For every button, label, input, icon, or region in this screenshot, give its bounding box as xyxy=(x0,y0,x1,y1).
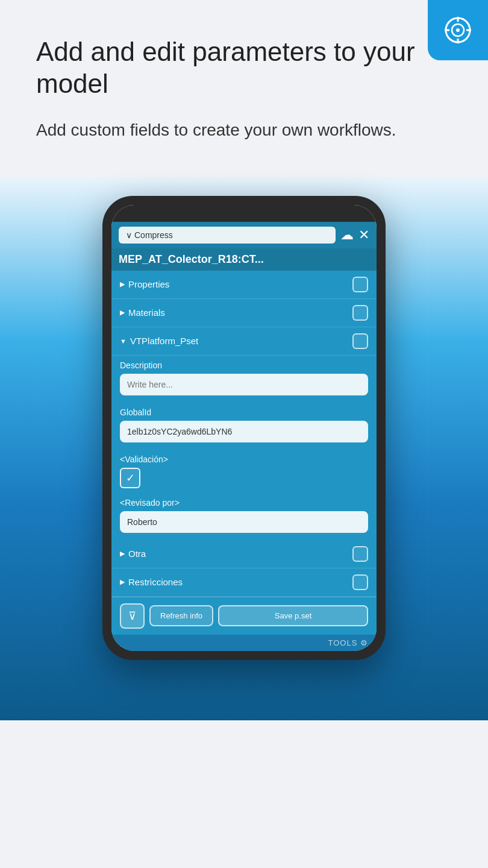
revisado-input[interactable] xyxy=(120,511,368,533)
phone-notch xyxy=(111,205,377,222)
item-label: Otra xyxy=(128,549,146,559)
description-input[interactable] xyxy=(120,374,368,395)
item-label: VTPlatform_Pset xyxy=(130,336,198,346)
refresh-info-button[interactable]: Refresh info xyxy=(149,605,213,626)
phone-screen: ∨ Compress ☁ ✕ MEP_AT_Colector_R18:CT... xyxy=(111,205,377,651)
list-item[interactable]: ▶ Properties xyxy=(111,271,377,299)
arrow-icon: ▶ xyxy=(120,309,125,316)
checkbox-icon[interactable] xyxy=(352,546,368,562)
phone-mockup: ∨ Compress ☁ ✕ MEP_AT_Colector_R18:CT... xyxy=(102,196,386,660)
extra-properties-list: ▶ Otra ▶ Restricciones xyxy=(111,540,377,597)
list-item[interactable]: ▶ Restricciones xyxy=(111,568,377,597)
list-item[interactable]: ▶ Otra xyxy=(111,540,377,568)
globalid-label: GlobalId xyxy=(120,407,368,417)
list-item[interactable]: ▼ VTPlatform_Pset xyxy=(111,327,377,356)
checkbox-icon[interactable] xyxy=(352,305,368,321)
header-section: Add and edit parameters to your model Ad… xyxy=(0,0,488,154)
filter-icon: ⊽ xyxy=(128,609,136,623)
arrow-icon: ▼ xyxy=(120,338,127,345)
cloud-upload-button[interactable]: ☁ xyxy=(340,227,354,243)
compress-label: Compress xyxy=(134,230,173,240)
main-title: Add and edit parameters to your model xyxy=(36,36,452,100)
description-label: Description xyxy=(120,360,368,370)
logo-corner xyxy=(428,0,488,60)
save-label: Save p.set xyxy=(275,611,311,620)
screen-content: ∨ Compress ☁ ✕ MEP_AT_Colector_R18:CT... xyxy=(111,222,377,651)
tools-icon: ⚙ xyxy=(360,638,368,647)
checkmark-icon: ✓ xyxy=(126,471,135,485)
globalid-section: GlobalId xyxy=(111,403,377,450)
validacion-label: <Validación> xyxy=(120,454,368,464)
revisado-section: <Revisado por> xyxy=(111,493,377,540)
validacion-section: <Validación> ✓ xyxy=(111,450,377,493)
filter-button[interactable]: ⊽ xyxy=(120,603,145,629)
close-icon: ✕ xyxy=(358,227,369,242)
globalid-input[interactable] xyxy=(120,421,368,442)
item-label: Restricciones xyxy=(128,577,183,587)
screen-topbar: ∨ Compress ☁ ✕ xyxy=(111,222,377,248)
phone-section: ∨ Compress ☁ ✕ MEP_AT_Colector_R18:CT... xyxy=(0,178,488,720)
tools-bar: TOOLS ⚙ xyxy=(111,635,377,651)
save-pset-button[interactable]: Save p.set xyxy=(218,605,368,626)
arrow-icon: ▶ xyxy=(120,280,125,288)
compress-dropdown[interactable]: ∨ Compress xyxy=(119,227,336,244)
bottom-bar: ⊽ Refresh info Save p.set xyxy=(111,597,377,635)
tools-label: TOOLS xyxy=(328,638,358,647)
arrow-icon: ▶ xyxy=(120,550,125,558)
list-item[interactable]: ▶ Materials xyxy=(111,299,377,327)
chevron-down-icon: ∨ xyxy=(126,230,132,240)
file-title: MEP_AT_Colector_R18:CT... xyxy=(111,248,377,271)
checkbox-icon[interactable] xyxy=(352,277,368,292)
sub-title: Add custom fields to create your own wor… xyxy=(36,118,452,142)
svg-point-2 xyxy=(456,28,460,32)
cloud-icon: ☁ xyxy=(340,227,354,242)
checkbox-icon[interactable] xyxy=(352,333,368,349)
properties-list: ▶ Properties ▶ Materials xyxy=(111,271,377,356)
item-label: Materials xyxy=(128,307,165,318)
revisado-label: <Revisado por> xyxy=(120,498,368,508)
item-label: Properties xyxy=(128,279,169,289)
checkbox-icon[interactable] xyxy=(352,574,368,590)
validacion-checkbox[interactable]: ✓ xyxy=(120,468,140,488)
arrow-icon: ▶ xyxy=(120,578,125,586)
description-section: Description xyxy=(111,356,377,403)
close-button[interactable]: ✕ xyxy=(358,227,369,243)
refresh-label: Refresh info xyxy=(160,611,202,620)
